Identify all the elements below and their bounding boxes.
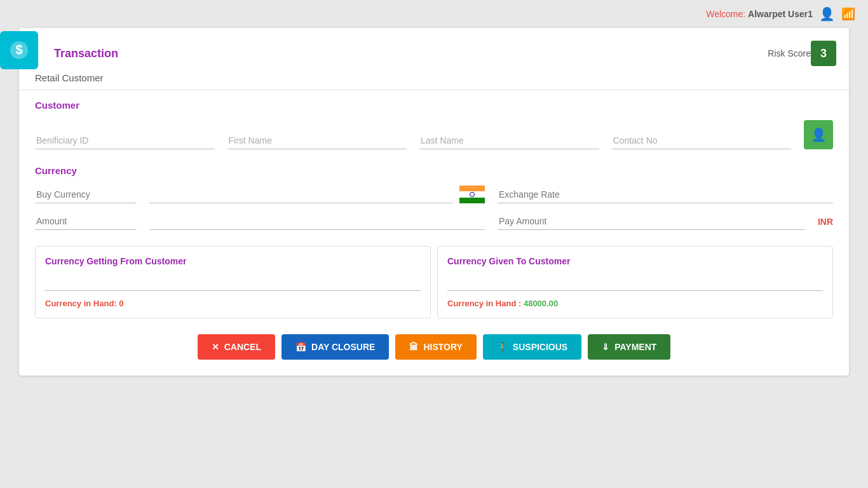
bank-icon: 🏛 [409, 342, 418, 352]
contact-no-field [612, 132, 792, 149]
svg-text:$: $ [15, 43, 22, 57]
pay-amount-inr: INR [818, 217, 833, 230]
currency-getting-title: Currency Getting From Customer [45, 256, 421, 266]
calendar-icon: 📅 [295, 342, 306, 352]
download-icon: ⇓ [602, 342, 609, 352]
first-name-field [227, 132, 407, 149]
buy-currency-input-wrap: INR-Indian , Rupees [149, 186, 453, 203]
exchange-rate-field [498, 186, 833, 203]
payment-button[interactable]: ⇓ Payment [588, 334, 670, 360]
add-customer-button[interactable]: 👤 [804, 120, 833, 149]
beneficiary-id-input[interactable] [35, 132, 215, 149]
buy-currency-label-field [35, 186, 137, 203]
amount-input[interactable]: 0.00 [149, 213, 485, 230]
currency-boxes: Currency Getting From Customer Cash Curr… [35, 246, 833, 318]
user-icon: 👤 [819, 6, 835, 22]
customer-form-row: 👤 [19, 117, 849, 156]
pay-amount-input[interactable] [498, 213, 805, 230]
amount-label-field [35, 213, 137, 230]
last-name-field [419, 132, 599, 149]
action-buttons: ✕ Cancel 📅 Day Closure 🏛 History 🚶 Suspi… [19, 325, 849, 369]
amount-value-field: 0.00 [149, 213, 485, 230]
amount-label-input[interactable] [35, 213, 137, 230]
getting-currency-in-hand: Currency in Hand: 0 [45, 299, 421, 308]
getting-cash-input[interactable]: Cash [45, 274, 421, 291]
amount-row: 0.00 INR [19, 210, 849, 240]
given-cash-input[interactable]: Cash [447, 274, 823, 291]
transaction-label: Transaction [54, 47, 118, 60]
contact-no-input[interactable] [612, 132, 792, 149]
ashoka-wheel [470, 192, 475, 197]
exchange-rate-input[interactable] [498, 186, 833, 203]
logo-icon: $ [0, 31, 38, 69]
currency-section-title: Currency [19, 156, 849, 182]
retail-customer-field: Retail Customer [19, 72, 849, 90]
person-icon: 🚶 [497, 342, 508, 352]
currency-given-box: Currency Given To Customer Cash Currency… [437, 246, 833, 318]
first-name-input[interactable] [227, 132, 407, 149]
history-button[interactable]: 🏛 History [395, 334, 476, 360]
main-container: $ Transaction Risk Score 3 Retail Custom… [19, 28, 849, 376]
flag-white [459, 191, 485, 197]
flag-saffron [459, 186, 485, 191]
india-flag [459, 186, 485, 203]
day-closure-button[interactable]: 📅 Day Closure [281, 334, 389, 360]
buy-currency-value-field: INR-Indian , Rupees [149, 186, 485, 203]
buy-currency-label-input[interactable] [35, 186, 137, 203]
flag-green [459, 198, 485, 203]
currency-row: INR-Indian , Rupees [19, 182, 849, 210]
risk-score-label: Risk Score [768, 48, 811, 58]
welcome-label: Welcome: Alwarpet User1 [706, 9, 813, 19]
wifi-icon: 📶 [841, 7, 855, 21]
pay-amount-field [498, 213, 805, 230]
cancel-button[interactable]: ✕ Cancel [198, 334, 275, 360]
currency-given-title: Currency Given To Customer [447, 256, 823, 266]
suspicious-button[interactable]: 🚶 Suspicious [483, 334, 581, 360]
cancel-x-icon: ✕ [212, 342, 219, 352]
customer-section-title: Customer [19, 90, 849, 117]
risk-badge: 3 [811, 41, 836, 66]
currency-getting-box: Currency Getting From Customer Cash Curr… [35, 246, 431, 318]
pay-amount-section: INR [498, 213, 833, 230]
buy-currency-input[interactable]: INR-Indian , Rupees [149, 186, 453, 203]
beneficiary-id-field [35, 132, 215, 149]
dollar-icon: $ [9, 40, 29, 60]
main-header: $ Transaction Risk Score 3 [19, 28, 849, 72]
last-name-input[interactable] [419, 132, 599, 149]
given-currency-in-hand: Currency in Hand : 48000.00 [447, 299, 823, 308]
top-bar: Welcome: Alwarpet User1 👤 📶 [0, 0, 868, 28]
